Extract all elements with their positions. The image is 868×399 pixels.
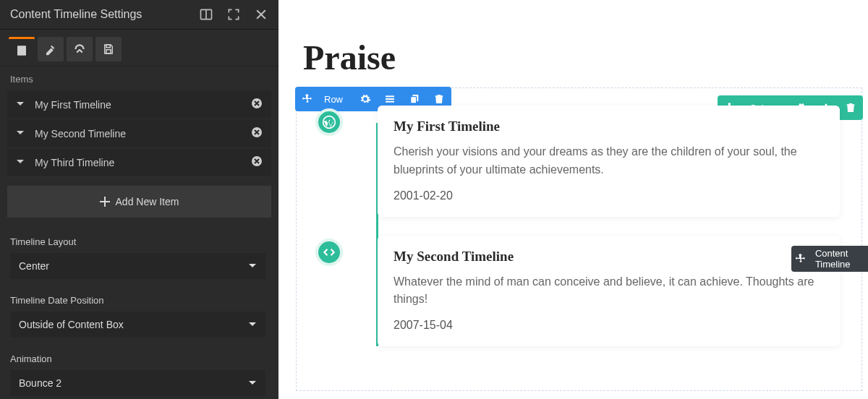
svg-rect-12 — [386, 101, 394, 103]
svg-rect-6 — [106, 50, 111, 53]
animation-label: Animation — [10, 353, 268, 364]
move-icon[interactable] — [791, 246, 811, 271]
chevron-down-icon — [248, 320, 257, 329]
content-toolbar-label: Content Timeline — [811, 248, 868, 270]
item-row[interactable]: My First Timeline — [7, 90, 271, 119]
timeline-card-title: My Second Timeline — [393, 249, 824, 265]
settings-panel: Content Timeline Settings Items — [0, 0, 278, 399]
wordpress-icon — [315, 108, 343, 136]
add-item-button[interactable]: Add New Item — [7, 186, 271, 218]
panel-header: Content Timeline Settings — [0, 0, 278, 30]
date-position-value: Outside of Content Box — [19, 319, 124, 330]
timeline-card-body: Whatever the mind of man can conceive an… — [393, 273, 824, 309]
trash-icon[interactable] — [838, 95, 863, 120]
content-toolbar: Content Timeline — [791, 246, 868, 272]
panel-close-icon[interactable] — [254, 7, 268, 22]
panel-header-actions — [199, 7, 268, 22]
chevron-down-icon — [16, 99, 25, 111]
add-item-label: Add New Item — [116, 196, 179, 207]
animation-value: Bounce 2 — [19, 377, 61, 389]
timeline-card-date: 2001-02-20 — [393, 189, 824, 202]
canvas: Praise Row Column Content Timeline — [278, 0, 868, 399]
layout-select[interactable]: Center — [10, 253, 265, 279]
layout-field: Timeline Layout Center — [0, 231, 278, 289]
panel-title: Content Timeline Settings — [10, 8, 142, 21]
item-label: My Third Timeline — [35, 157, 114, 168]
chevron-down-icon — [248, 379, 257, 387]
item-label: My Second Timeline — [35, 128, 126, 140]
panel-columns-icon[interactable] — [199, 7, 213, 22]
row-container[interactable]: Row Column Content Timeline — [296, 87, 862, 391]
row-toolbar-label: Row — [320, 94, 353, 105]
item-row[interactable]: My Second Timeline — [7, 119, 271, 148]
timeline-card-date: 2007-15-04 — [393, 319, 824, 332]
svg-rect-10 — [386, 95, 394, 97]
date-position-field: Timeline Date Position Outside of Conten… — [0, 289, 278, 348]
timeline-item: My First Timeline Cherish your visions a… — [378, 106, 840, 217]
chevron-down-icon — [16, 128, 25, 140]
date-position-label: Timeline Date Position — [10, 295, 268, 306]
tab-content-icon[interactable] — [9, 37, 35, 61]
date-position-select[interactable]: Outside of Content Box — [10, 312, 265, 338]
svg-rect-11 — [386, 98, 394, 100]
delete-item-icon[interactable] — [251, 155, 263, 169]
chevron-down-icon — [16, 157, 25, 168]
panel-expand-icon[interactable] — [226, 7, 241, 22]
page-title: Praise — [278, 0, 868, 82]
animation-select[interactable]: Bounce 2 — [10, 370, 265, 396]
tab-style-icon[interactable] — [38, 37, 64, 61]
svg-rect-4 — [17, 46, 26, 56]
item-label: My First Timeline — [35, 99, 111, 111]
svg-rect-5 — [106, 45, 110, 48]
tab-advanced-icon[interactable] — [67, 37, 93, 61]
items-list: My First Timeline My Second Timeline My … — [0, 90, 278, 177]
timeline-item: My Second Timeline Whatever the mind of … — [378, 236, 840, 347]
timeline-card[interactable]: My Second Timeline Whatever the mind of … — [378, 236, 840, 347]
code-icon — [315, 239, 343, 266]
move-icon[interactable] — [295, 87, 320, 111]
animation-field: Animation Bounce 2 — [0, 348, 278, 399]
timeline-card[interactable]: My First Timeline Cherish your visions a… — [378, 106, 840, 217]
svg-rect-14 — [411, 97, 417, 103]
item-row[interactable]: My Third Timeline — [7, 148, 271, 177]
timeline-card-title: My First Timeline — [393, 119, 824, 134]
chevron-down-icon — [248, 262, 257, 270]
delete-item-icon[interactable] — [251, 126, 263, 140]
plus-icon — [100, 197, 110, 207]
delete-item-icon[interactable] — [251, 98, 263, 111]
items-label: Items — [0, 66, 278, 90]
timeline: My First Timeline Cherish your visions a… — [327, 106, 840, 346]
timeline-card-body: Cherish your visions and your dreams as … — [393, 143, 824, 179]
tool-tabs — [0, 30, 278, 66]
tab-save-icon[interactable] — [95, 37, 122, 61]
layout-label: Timeline Layout — [10, 236, 268, 247]
layout-value: Center — [19, 260, 49, 272]
